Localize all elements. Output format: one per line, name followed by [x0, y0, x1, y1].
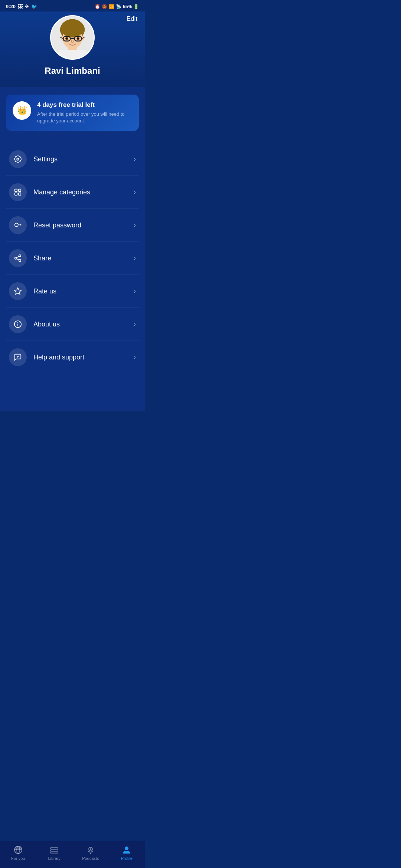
svg-point-22 — [15, 223, 18, 227]
trial-description: After the trial period over you will nee… — [37, 111, 132, 124]
menu-item-rate-us[interactable]: Rate us › — [6, 275, 139, 308]
share-chevron: › — [134, 254, 136, 262]
main-content: 👑 4 days free trial left After the trial… — [0, 87, 145, 411]
grid-icon — [14, 188, 22, 196]
svg-point-5 — [62, 22, 83, 37]
trial-title: 4 days free trial left — [37, 101, 132, 109]
battery-icon: 🔋 — [133, 4, 139, 9]
reset-password-chevron: › — [134, 221, 136, 229]
svg-marker-31 — [14, 288, 21, 294]
rate-us-chevron: › — [134, 287, 136, 295]
crown-icon-wrapper: 👑 — [13, 101, 31, 120]
help-support-label: Help and support — [33, 354, 127, 361]
status-right: ⏰ 🔕 📶 📡 55% 🔋 — [95, 4, 139, 9]
menu-item-manage-categories[interactable]: Manage categories › — [6, 176, 139, 209]
alarm-icon: ⏰ — [95, 4, 100, 9]
gear-icon — [14, 155, 22, 163]
twitter-icon: 🐦 — [31, 4, 37, 9]
svg-point-26 — [19, 255, 21, 257]
star-icon — [14, 287, 22, 295]
svg-rect-19 — [19, 189, 21, 191]
settings-label: Settings — [33, 155, 127, 163]
svg-point-17 — [17, 158, 19, 161]
svg-point-16 — [77, 38, 79, 39]
svg-line-30 — [17, 256, 19, 258]
status-bar: 9:20 🖼 ✈ 🐦 ⏰ 🔕 📶 📡 55% 🔋 — [0, 0, 145, 11]
help-support-chevron: › — [134, 354, 136, 361]
menu-item-reset-password[interactable]: Reset password › — [6, 209, 139, 242]
battery-label: 55% — [123, 4, 132, 9]
share-icon — [14, 254, 22, 262]
menu-item-share[interactable]: Share › — [6, 242, 139, 275]
menu-list: Settings › Manage categories › — [6, 143, 139, 374]
svg-point-27 — [15, 257, 17, 260]
svg-rect-18 — [15, 189, 17, 191]
svg-point-14 — [66, 38, 68, 39]
settings-chevron: › — [134, 155, 136, 163]
mute-icon: 🔕 — [102, 4, 107, 9]
help-icon — [14, 353, 22, 361]
reset-password-label: Reset password — [33, 221, 127, 229]
svg-line-29 — [17, 259, 19, 260]
svg-point-36 — [17, 356, 19, 357]
wifi-icon: 📶 — [109, 4, 114, 9]
profile-name: Ravi Limbani — [7, 66, 137, 76]
gallery-icon: 🖼 — [18, 4, 23, 9]
trial-text-block: 4 days free trial left After the trial p… — [37, 101, 132, 124]
menu-item-about-us[interactable]: About us › — [6, 308, 139, 341]
status-left: 9:20 🖼 ✈ 🐦 — [6, 4, 37, 9]
rate-us-label: Rate us — [33, 287, 127, 295]
trial-banner[interactable]: 👑 4 days free trial left After the trial… — [6, 95, 139, 131]
manage-categories-icon-circle — [9, 183, 27, 201]
settings-icon-circle — [9, 150, 27, 168]
info-icon — [14, 320, 22, 328]
navigation-icon: ✈ — [25, 4, 29, 9]
manage-categories-chevron: › — [134, 188, 136, 196]
svg-rect-20 — [15, 193, 17, 195]
key-icon — [14, 221, 22, 229]
manage-categories-label: Manage categories — [33, 188, 127, 196]
avatar — [50, 15, 95, 60]
menu-item-settings[interactable]: Settings › — [6, 143, 139, 176]
profile-header: Edit — [0, 11, 145, 87]
share-label: Share — [33, 254, 127, 262]
rate-us-icon-circle — [9, 282, 27, 300]
about-us-chevron: › — [134, 320, 136, 328]
svg-rect-21 — [19, 193, 21, 195]
share-icon-circle — [9, 249, 27, 267]
help-support-icon-circle — [9, 348, 27, 366]
avatar-image — [51, 15, 94, 60]
crown-icon: 👑 — [17, 106, 27, 115]
svg-rect-3 — [58, 50, 87, 60]
reset-password-icon-circle — [9, 216, 27, 234]
about-us-label: About us — [33, 320, 127, 328]
svg-point-28 — [19, 260, 21, 262]
menu-item-help-support[interactable]: Help and support › — [6, 341, 139, 374]
signal-icon: 📡 — [116, 4, 121, 9]
edit-button[interactable]: Edit — [127, 15, 137, 23]
time-label: 9:20 — [6, 4, 16, 9]
svg-point-35 — [18, 323, 18, 323]
about-us-icon-circle — [9, 315, 27, 333]
